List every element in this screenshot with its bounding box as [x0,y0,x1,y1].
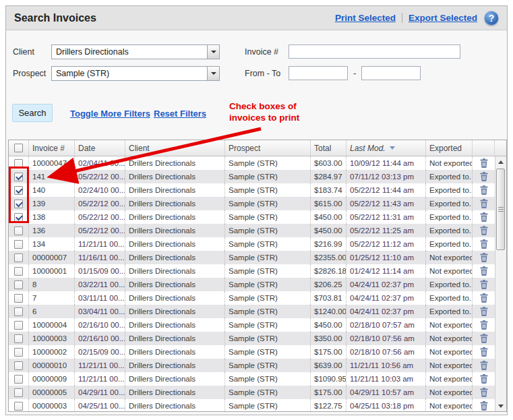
row-checkbox[interactable] [14,253,23,262]
cell-exported: Not exported [426,399,473,411]
row-checkbox[interactable] [14,361,23,370]
cell-invoice-number: 00000003 [29,399,75,411]
row-checkbox[interactable] [14,402,23,411]
delete-invoice-button[interactable] [480,374,488,384]
delete-invoice-button[interactable] [480,199,488,208]
delete-invoice-button[interactable] [480,280,488,289]
trash-icon [480,293,488,303]
delete-invoice-button[interactable] [480,266,488,276]
vertical-scrollbar[interactable] [495,156,506,411]
column-header-last-mod[interactable]: Last Mod. [346,140,426,156]
delete-invoice-button[interactable] [480,401,488,411]
annotation-line-1: Check boxes of [229,100,299,112]
row-checkbox[interactable] [14,375,23,384]
table-row: 603/04/11 00...Drillers DirectionalsSamp… [9,305,495,318]
export-selected-link[interactable]: Export Selected [409,13,477,23]
scroll-up-icon[interactable] [495,156,506,167]
cell-checkbox [9,332,29,345]
select-all-header-cell [9,140,29,156]
delete-invoice-button[interactable] [480,158,488,168]
cell-client: Drillers Directionals [125,170,225,183]
delete-invoice-button[interactable] [480,239,488,249]
trash-icon [480,158,488,168]
delete-invoice-button[interactable] [480,334,488,343]
column-header-total[interactable]: Total [311,140,346,156]
client-dropdown-button[interactable] [207,45,219,59]
table-row: 13411/21/11 00...Drillers DirectionalsSa… [9,237,495,251]
client-selected-value: Drillers Directionals [52,47,207,57]
client-select[interactable]: Drillers Directionals [51,44,220,59]
cell-exported: Not exported [426,359,473,372]
date-to-input[interactable] [361,66,421,80]
row-checkbox[interactable] [14,159,23,168]
delete-invoice-button[interactable] [480,320,488,330]
cell-delete [473,183,495,197]
delete-invoice-button[interactable] [480,185,488,195]
trash-icon [480,320,488,330]
reset-filters-link[interactable]: Reset Filters [154,109,206,119]
cell-total: $350.00 [311,332,346,345]
row-checkbox[interactable] [14,280,23,289]
delete-invoice-button[interactable] [480,293,488,303]
delete-invoice-button[interactable] [480,361,488,370]
delete-invoice-button[interactable] [480,307,488,316]
row-checkbox[interactable] [14,294,23,303]
cell-delete [473,399,495,411]
row-checkbox[interactable] [14,267,23,276]
cell-checkbox [9,345,29,359]
row-checkbox[interactable] [14,200,23,208]
column-header-client[interactable]: Client [125,140,225,156]
cell-last-modified: 07/11/12 03:13 pm [346,170,426,183]
cell-delete [473,372,495,386]
column-header-exported[interactable]: Exported [426,140,473,156]
print-selected-link[interactable]: Print Selected [335,13,396,23]
select-all-checkbox[interactable] [14,144,23,152]
delete-invoice-button[interactable] [480,347,488,357]
cell-prospect: Sample (STR) [225,386,311,399]
prospect-label: Prospect [13,69,51,78]
row-checkbox[interactable] [14,173,23,181]
date-from-input[interactable] [289,66,348,80]
delete-invoice-button[interactable] [480,172,488,181]
table-row: 0000001011/21/11 00...Drillers Direction… [9,359,495,372]
cell-checkbox [9,183,29,197]
cell-last-modified: 10/09/12 11:44 am [346,156,426,170]
delete-invoice-button[interactable] [480,388,488,397]
column-header-date[interactable]: Date [75,140,125,156]
scroll-down-icon[interactable] [495,400,506,411]
cell-invoice-number: 10000001 [29,264,75,278]
delete-invoice-button[interactable] [480,226,488,235]
toggle-more-filters-link[interactable]: Toggle More Filters [70,109,150,119]
row-checkbox[interactable] [14,334,23,343]
delete-invoice-button[interactable] [480,253,488,262]
trash-icon [480,347,488,357]
cell-prospect: Sample (STR) [225,251,311,264]
delete-invoice-button[interactable] [480,212,488,222]
invoice-number-label: Invoice # [245,47,289,57]
table-row: 1000004702/04/11 00...Drillers Direction… [9,156,495,170]
cell-invoice-number: 7 [29,291,75,305]
scrollbar-thumb[interactable] [496,169,505,250]
cell-client: Drillers Directionals [125,278,225,291]
help-icon[interactable]: ? [484,11,499,26]
row-checkbox[interactable] [14,388,23,397]
row-checkbox[interactable] [14,213,23,222]
search-button[interactable]: Search [12,104,53,122]
cell-invoice-number: 00000005 [29,386,75,399]
row-checkbox[interactable] [14,227,23,235]
table-row: 1000000101/15/09 00...Drillers Direction… [9,264,495,278]
row-checkbox[interactable] [14,186,23,195]
column-header-prospect[interactable]: Prospect [225,140,311,156]
cell-prospect: Sample (STR) [225,197,311,210]
cell-date: 05/22/12 00... [75,210,125,224]
row-checkbox[interactable] [14,348,23,357]
cell-client: Drillers Directionals [125,305,225,318]
prospect-dropdown-button[interactable] [207,67,219,80]
prospect-select[interactable]: Sample (STR) [51,66,220,81]
row-checkbox[interactable] [14,321,23,330]
cell-prospect: Sample (STR) [225,359,311,372]
column-header-invoice[interactable]: Invoice # [29,140,75,156]
invoice-number-input[interactable] [289,44,460,59]
row-checkbox[interactable] [14,240,23,249]
row-checkbox[interactable] [14,307,23,316]
